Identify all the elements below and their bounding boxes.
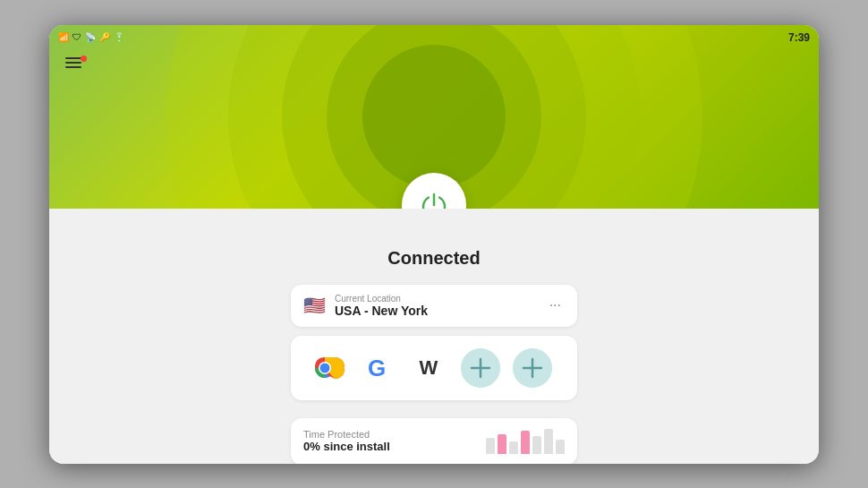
icon-sim: 📶 (58, 32, 69, 42)
power-icon (418, 189, 450, 209)
connected-label: Connected (387, 248, 480, 269)
app-shortcuts: G W (291, 336, 577, 400)
location-info: Current Location USA - New York (335, 294, 428, 318)
time-protected-card: Time Protected 0% since install (291, 418, 577, 464)
add-shortcut-1[interactable] (461, 348, 500, 388)
icon-battery: 🔋 (114, 32, 124, 42)
vpn-header (49, 25, 819, 209)
svg-point-3 (320, 363, 330, 372)
location-left: 🇺🇸 Current Location USA - New York (303, 294, 428, 318)
time-info: Time Protected 0% since install (303, 429, 390, 453)
bar-5 (544, 429, 553, 454)
status-icons: 📶 🛡 📡 🔑 🔋 (58, 32, 124, 42)
time-protected-value: 0% since install (303, 440, 390, 453)
wikipedia-shortcut[interactable]: W (409, 348, 448, 388)
svg-text:G: G (368, 355, 386, 381)
status-bar: 📶 🛡 📡 🔑 🔋 7:39 (49, 25, 819, 50)
icon-vpn: 🔑 (99, 32, 110, 42)
flag-icon: 🇺🇸 (303, 295, 326, 316)
bar-2 (509, 441, 518, 454)
hamburger-button[interactable] (62, 54, 85, 72)
bar-3 (521, 431, 530, 454)
google-shortcut[interactable]: G (357, 348, 396, 388)
notification-dot (81, 56, 87, 62)
bar-4 (532, 436, 541, 454)
time-protected-label: Time Protected (303, 429, 390, 440)
location-label: Current Location (335, 294, 428, 304)
location-name: USA - New York (335, 304, 428, 318)
chrome-shortcut[interactable] (305, 348, 345, 388)
bar-6 (556, 440, 565, 454)
vpn-content: Connected 🇺🇸 Current Location USA - New … (49, 209, 819, 464)
power-button-container (402, 173, 466, 209)
location-card: 🇺🇸 Current Location USA - New York ··· (291, 285, 577, 327)
bar-chart (486, 429, 565, 454)
device-frame: 📶 🛡 📡 🔑 🔋 7:39 (49, 25, 819, 464)
add-shortcut-2[interactable] (513, 348, 552, 388)
bg-circle-5 (362, 45, 506, 188)
more-options-button[interactable]: ··· (546, 294, 565, 317)
power-button[interactable] (402, 173, 466, 209)
hamburger-icon (65, 57, 81, 68)
icon-shield: 🛡 (72, 32, 81, 42)
wikipedia-icon: W (420, 356, 438, 380)
status-time: 7:39 (788, 31, 810, 44)
icon-wifi: 📡 (85, 32, 96, 42)
bar-1 (498, 434, 506, 454)
bar-0 (486, 438, 495, 454)
